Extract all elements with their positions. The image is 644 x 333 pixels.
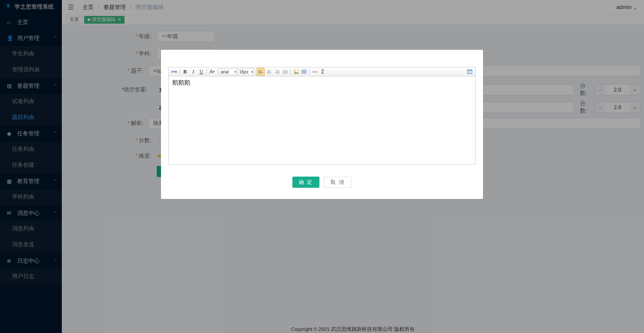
svg-rect-2	[301, 70, 307, 74]
svg-rect-4	[468, 70, 472, 73]
align-left-button[interactable]	[257, 68, 264, 76]
html-source-button[interactable]: HTML	[170, 68, 178, 76]
align-justify-button[interactable]	[281, 68, 289, 76]
align-right-button[interactable]	[273, 68, 281, 76]
underline-button[interactable]: U	[197, 68, 205, 76]
insert-hr-button[interactable]: —	[311, 68, 319, 76]
dialog-cancel-button[interactable]: 取 消	[324, 177, 352, 188]
svg-point-1	[294, 70, 295, 72]
bold-button[interactable]: B	[181, 68, 189, 76]
font-family-select[interactable]: arial	[219, 68, 237, 75]
italic-button[interactable]: I	[189, 68, 197, 76]
fullscreen-button[interactable]	[466, 68, 474, 76]
editor-toolbar: HTML B I U A▾ arial 16px — Σ	[168, 67, 476, 76]
font-color-button[interactable]: A▾	[208, 68, 216, 76]
insert-table-button[interactable]	[300, 68, 308, 76]
insert-image-button[interactable]	[292, 68, 300, 76]
align-center-button[interactable]	[265, 68, 273, 76]
insert-formula-button[interactable]: Σ	[319, 68, 327, 76]
editor-content[interactable]: 鹅鹅鹅	[168, 76, 476, 165]
editor-dialog: HTML B I U A▾ arial 16px — Σ 鹅鹅鹅 确 定	[161, 50, 483, 199]
font-size-select[interactable]: 16px	[237, 68, 254, 75]
dialog-ok-button[interactable]: 确 定	[292, 177, 319, 188]
